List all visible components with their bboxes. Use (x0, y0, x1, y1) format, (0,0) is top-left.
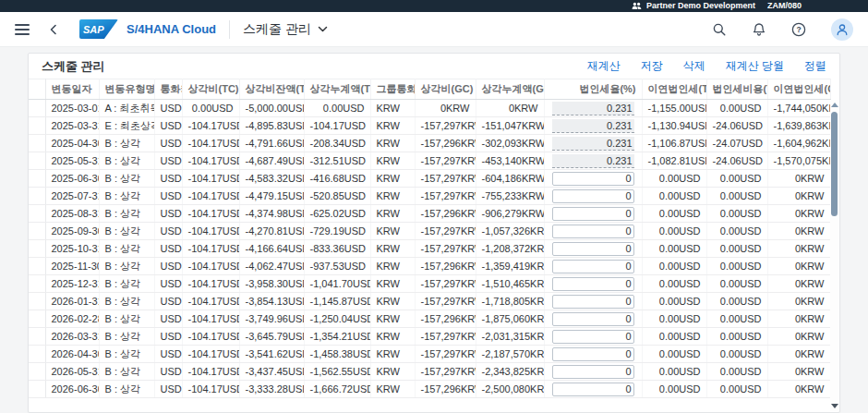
vertical-scrollbar[interactable] (830, 100, 838, 411)
cell-tax-rate (544, 293, 642, 310)
cell-balance-tc: -4,583.32USD (239, 170, 304, 188)
row-selector[interactable] (29, 293, 45, 310)
cell-tax-expense-tc: 0.00USD (706, 240, 767, 258)
cell-accumulated-tc: 0.00USD (304, 100, 370, 117)
tax-rate-input[interactable] (552, 295, 634, 309)
table-row[interactable]: 2025-04-30B : 상각USD-104.17USD-4,791.66US… (29, 135, 830, 152)
row-selector[interactable] (29, 170, 45, 188)
table-row[interactable]: 2026-02-28B : 상각USD-104.17USD-3,749.96US… (29, 310, 830, 328)
row-selector[interactable] (29, 205, 45, 223)
table-row[interactable]: 2025-12-31B : 상각USD-104.17USD-3,958.30US… (29, 275, 830, 293)
row-selector[interactable] (29, 310, 45, 328)
notifications-bell-icon[interactable] (752, 22, 766, 37)
tax-rate-input[interactable] (552, 383, 634, 396)
help-icon[interactable]: ? (791, 22, 806, 37)
row-selector[interactable] (29, 258, 45, 275)
table-row[interactable]: 2025-07-31B : 상각USD-104.17USD-4,479.15US… (29, 188, 830, 205)
row-selector[interactable] (29, 363, 45, 381)
page-content: 스케줄 관리 재계산 저장 삭제 재계산 당월 정렬 변동일자 변동유형명 (0, 47, 868, 413)
sort-button[interactable]: 정렬 (804, 58, 826, 74)
tax-rate-input[interactable] (552, 260, 634, 273)
tax-rate-input[interactable] (552, 312, 634, 326)
cell-change-date: 2025-03-01 (45, 100, 99, 117)
cell-tax-rate (544, 258, 642, 275)
row-selector[interactable] (29, 117, 45, 135)
cell-accumulated-gc: -2,187,570KRW (476, 346, 544, 363)
tax-rate-input[interactable] (552, 137, 634, 151)
scrollbar-up-icon[interactable] (831, 103, 838, 107)
cell-deferred-tax-gc: 0KRW (767, 293, 830, 310)
recalculate-current-month-button[interactable]: 재계산 당월 (726, 58, 784, 74)
row-selector[interactable] (29, 381, 45, 398)
panel-actions: 재계산 저장 삭제 재계산 당월 정렬 (587, 58, 826, 74)
cell-depreciation-tc: -104.17USD (182, 310, 239, 328)
cell-group-currency: KRW (370, 381, 415, 398)
scrollbar-thumb[interactable] (831, 112, 838, 216)
table-row[interactable]: 2025-05-31B : 상각USD-104.17USD-4,687.49US… (29, 152, 830, 170)
row-selector[interactable] (29, 240, 45, 258)
cell-group-currency: KRW (370, 117, 415, 135)
user-avatar[interactable] (831, 18, 853, 41)
table-row[interactable]: 2025-09-30B : 상각USD-104.17USD-4,270.81US… (29, 223, 830, 240)
table-row[interactable]: 2026-03-31B : 상각USD-104.17USD-3,645.79US… (29, 328, 830, 346)
table-row[interactable]: 2025-03-31E : 최초상각USD-104.17USD-4,895.83… (29, 117, 830, 135)
row-selector[interactable] (29, 100, 45, 117)
cell-accumulated-tc: -833.36USD (304, 240, 370, 258)
cell-depreciation-gc: -157,297KRW (415, 188, 476, 205)
cell-depreciation-gc: -157,297KRW (415, 328, 476, 346)
tax-rate-input[interactable] (552, 154, 634, 168)
table-row[interactable]: 2025-10-31B : 상각USD-104.17USD-4,166.64US… (29, 240, 830, 258)
row-selector[interactable] (29, 135, 45, 152)
cell-depreciation-gc: -157,296KRW (415, 310, 476, 328)
cell-balance-tc: -4,270.81USD (239, 223, 304, 240)
tax-rate-input[interactable] (552, 277, 634, 291)
cell-change-type: B : 상각 (99, 240, 154, 258)
table-row[interactable]: 2025-06-30B : 상각USD-104.17USD-4,583.32US… (29, 170, 830, 188)
tax-rate-input[interactable] (552, 347, 634, 361)
table-row[interactable]: 2025-03-01A : 최초취득USD0.00USD-5,000.00USD… (29, 100, 830, 117)
recalculate-button[interactable]: 재계산 (587, 58, 621, 74)
tax-rate-input[interactable] (552, 189, 634, 203)
table-row[interactable]: 2026-01-31B : 상각USD-104.17USD-3,854.13US… (29, 293, 830, 310)
row-selector[interactable] (29, 188, 45, 205)
tax-rate-input[interactable] (552, 119, 634, 133)
save-button[interactable]: 저장 (641, 58, 663, 74)
cell-deferred-tax-gc: 0KRW (767, 205, 830, 223)
tax-rate-input[interactable] (552, 172, 634, 186)
cell-depreciation-gc: -157,296KRW (415, 381, 476, 398)
cell-depreciation-gc: -157,297KRW (415, 152, 476, 170)
table-row[interactable]: 2026-04-30B : 상각USD-104.17USD-3,541.62US… (29, 346, 830, 363)
back-icon[interactable] (48, 23, 59, 36)
cell-group-currency: KRW (370, 170, 415, 188)
cell-group-currency: KRW (370, 240, 415, 258)
cell-depreciation-gc: -157,296KRW (415, 205, 476, 223)
table-row[interactable]: 2025-08-31B : 상각USD-104.17USD-4,374.98US… (29, 205, 830, 223)
row-selector[interactable] (29, 346, 45, 363)
tax-rate-input[interactable] (552, 330, 634, 344)
cell-deferred-tax-tc: 0.00USD (642, 310, 706, 328)
cell-currency: USD (154, 258, 182, 275)
tax-rate-input[interactable] (552, 365, 634, 379)
cell-group-currency: KRW (370, 293, 415, 310)
cell-change-date: 2025-07-31 (45, 188, 99, 205)
table-row[interactable]: 2025-11-30B : 상각USD-104.17USD-4,062.47US… (29, 258, 830, 275)
tax-rate-input[interactable] (552, 225, 634, 238)
delete-button[interactable]: 삭제 (683, 58, 705, 74)
col-header-deferred-tax-gc: 이연법인세(GC) (767, 79, 830, 100)
cell-accumulated-tc: -625.02USD (304, 205, 370, 223)
row-selector[interactable] (29, 328, 45, 346)
table-row[interactable]: 2026-05-31B : 상각USD-104.17USD-3,437.45US… (29, 363, 830, 381)
row-selector[interactable] (29, 223, 45, 240)
row-selector[interactable] (29, 275, 45, 293)
tax-rate-input[interactable] (552, 207, 634, 221)
app-title-dropdown[interactable]: 스케줄 관리 (243, 21, 328, 38)
scrollbar-down-icon[interactable] (831, 404, 838, 408)
menu-hamburger-icon[interactable] (15, 24, 30, 35)
search-icon[interactable] (712, 22, 727, 37)
tax-rate-input[interactable] (552, 242, 634, 256)
table-row[interactable]: 2026-06-30B : 상각USD-104.17USD-3,333.28US… (29, 381, 830, 398)
cell-currency: USD (154, 135, 182, 152)
row-selector[interactable] (29, 152, 45, 170)
tax-rate-input[interactable] (552, 102, 634, 115)
cell-deferred-tax-tc: 0.00USD (642, 275, 706, 293)
